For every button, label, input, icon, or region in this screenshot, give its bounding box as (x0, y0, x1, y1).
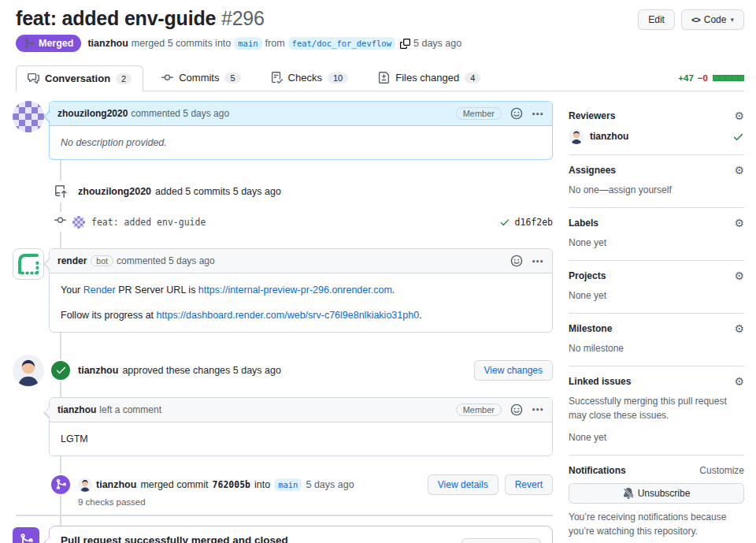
repo-push-icon (54, 185, 67, 198)
smiley-icon[interactable] (510, 404, 523, 416)
event-actor[interactable]: tianzhou (78, 365, 118, 376)
section-title: Notifications (569, 465, 626, 476)
delete-branch-button[interactable]: Delete branch (461, 538, 541, 543)
merge-from-text: from (265, 38, 285, 49)
git-merge-icon (24, 38, 35, 49)
tab-checks[interactable]: Checks 10 (259, 65, 361, 91)
event-actor[interactable]: tianzhou (96, 479, 136, 490)
unsubscribe-button[interactable]: Unsubscribe (569, 483, 744, 504)
commits-pushed-event: zhouzilong2020 added 5 commits 5 days ag… (50, 180, 553, 203)
linked-issues-desc: Successfully merging this pull request m… (569, 394, 744, 422)
tab-label: Conversation (45, 73, 110, 84)
customize-link[interactable]: Customize (699, 465, 744, 476)
avatar-zhouzilong2020[interactable] (13, 101, 44, 132)
assignees-empty-text[interactable]: No one—assign yourself (569, 183, 744, 197)
comment-author[interactable]: render (57, 255, 87, 266)
preview-url-link[interactable]: https://internal-preview-pr-296.onrender… (198, 285, 392, 296)
review-comment: tianzhou left a comment Member ⋯ LGTM (49, 397, 553, 456)
bot-text: Your (61, 285, 83, 296)
sidebar-section-linked-issues: Linked issues ⚙ Successfully merging thi… (569, 366, 744, 456)
head-branch-label[interactable]: feat/doc_for_devflow (288, 37, 395, 50)
tab-commits[interactable]: Commits 5 (150, 65, 252, 91)
kebab-menu-icon[interactable]: ⋯ (532, 108, 544, 120)
base-branch-label[interactable]: main (234, 37, 261, 50)
smiley-icon[interactable] (510, 107, 523, 120)
labels-empty-text: None yet (569, 236, 744, 250)
tab-label: Checks (288, 72, 322, 84)
merged-badge-label: Merged (39, 38, 73, 49)
approved-check-icon (50, 359, 72, 381)
event-actor[interactable]: zhouzilong2020 (78, 186, 151, 197)
dashboard-url-link[interactable]: https://dashboard.render.com/web/srv-c76… (157, 310, 420, 321)
kebab-menu-icon[interactable]: ⋯ (532, 404, 544, 415)
gear-icon[interactable]: ⚙ (734, 376, 744, 387)
event-text: into (254, 479, 270, 490)
checks-passed-text[interactable]: 9 checks passed (78, 497, 553, 507)
comment-discussion-icon (28, 73, 39, 84)
projects-empty-text: None yet (569, 288, 744, 303)
gear-icon[interactable]: ⚙ (734, 270, 744, 281)
avatar-tianzhou[interactable] (13, 355, 44, 386)
section-title: Milestone (569, 323, 612, 334)
tab-label: Commits (179, 72, 219, 84)
gear-icon[interactable]: ⚙ (734, 110, 744, 121)
event-meta: added 5 commits 5 days ago (155, 186, 281, 197)
diffstat[interactable]: +47 −0 (678, 73, 744, 91)
checks-passed-icon[interactable] (499, 217, 510, 228)
chevron-down-icon: ▾ (730, 16, 734, 24)
approval-event: tianzhou approved these changes 5 days a… (16, 355, 553, 386)
kebab-menu-icon[interactable]: ⋯ (532, 255, 544, 267)
section-title: Assignees (569, 165, 616, 176)
sidebar-section-notifications: Notifications Customize Unsubscribe You’… (569, 456, 744, 543)
diffstat-additions: +47 (678, 73, 694, 83)
smiley-icon[interactable] (510, 255, 523, 267)
avatar-zhouzilong2020[interactable] (72, 216, 85, 229)
comment-author[interactable]: zhouzilong2020 (57, 108, 128, 119)
checklist-icon (271, 72, 283, 84)
commit-message-link[interactable]: feat: added env-guide (91, 217, 206, 228)
avatar-render-bot[interactable] (13, 248, 44, 280)
avatar-tianzhou[interactable] (78, 478, 92, 492)
git-commit-icon (161, 72, 173, 84)
sidebar-section-labels: Labels ⚙ None yet (569, 208, 744, 261)
gear-icon[interactable]: ⚙ (734, 323, 744, 334)
view-changes-button[interactable]: View changes (474, 360, 554, 381)
merge-commit-sha[interactable]: 762005b (213, 479, 250, 490)
tab-conversation[interactable]: Conversation 2 (16, 65, 143, 91)
comment-meta: left a comment (99, 404, 161, 415)
reviewer-login[interactable]: tianzhou (590, 131, 628, 142)
merger-login[interactable]: tianzhou (87, 38, 128, 49)
sidebar-section-projects: Projects ⚙ None yet (569, 261, 744, 314)
pr-tabs: Conversation 2 Commits 5 Checks 10 Files… (16, 65, 744, 91)
section-title: Reviewers (569, 110, 615, 121)
linked-issues-empty-text: None yet (569, 430, 744, 444)
unsubscribe-label: Unsubscribe (638, 488, 691, 499)
diffstat-blocks (713, 73, 744, 83)
render-link[interactable]: Render (83, 285, 116, 296)
notifications-desc: You’re receiving notifications because y… (569, 510, 744, 538)
pr-header: feat: added env-guide #296 Edit <> Code … (16, 6, 744, 52)
pr-number: #296 (221, 7, 265, 29)
comment-thread-bot: render bot commented 5 days ago ⋯ Your R… (16, 248, 553, 332)
bot-badge: bot (91, 255, 113, 266)
revert-button[interactable]: Revert (505, 474, 553, 495)
comment-box: zhouzilong2020 commented 5 days ago Memb… (49, 101, 553, 160)
merged-banner: Pull request successfully merged and clo… (16, 526, 553, 543)
edit-button[interactable]: Edit (638, 9, 675, 30)
commit-sha-link[interactable]: d16f2eb (515, 217, 553, 228)
commit-row: feat: added env-guide d16f2eb (54, 212, 553, 232)
approved-check-icon (732, 131, 744, 143)
comment-author[interactable]: tianzhou (57, 404, 96, 415)
tab-files-changed[interactable]: Files changed 4 (366, 65, 492, 91)
avatar-tianzhou[interactable] (569, 128, 584, 144)
pr-timeline: zhouzilong2020 commented 5 days ago Memb… (16, 101, 553, 543)
view-details-button[interactable]: View details (428, 474, 498, 495)
code-button[interactable]: <> Code ▾ (681, 9, 744, 30)
gear-icon[interactable]: ⚙ (734, 218, 744, 229)
pr-status-bar: Merged tianzhou merged 5 commits into ma… (16, 35, 744, 52)
gear-icon[interactable]: ⚙ (734, 165, 744, 176)
base-branch-label[interactable]: main (274, 478, 302, 491)
page-title: feat: added env-guide #296 (16, 6, 638, 31)
event-text: merged commit (140, 479, 208, 490)
copy-branch-icon[interactable] (400, 39, 410, 49)
